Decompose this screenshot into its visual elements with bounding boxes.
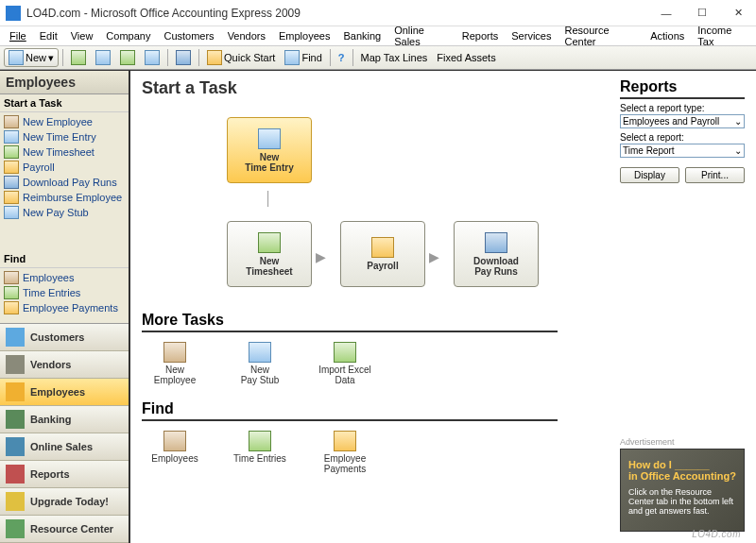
menu-banking[interactable]: Banking [337,28,387,43]
nav-banking[interactable]: Banking [0,406,129,433]
online-icon [6,437,25,456]
chevron-down-icon: ▾ [48,52,54,64]
refresh-icon [176,50,191,65]
report-type-select[interactable]: Employees and Payroll⌄ [620,114,745,128]
reports-icon [6,465,25,484]
find-employee-payments[interactable]: Employee Payments [312,431,378,474]
more-tasks-row: New Employee New Pay Stub Import Excel D… [142,338,745,395]
task-new-pay-stub[interactable]: New Pay Stub [227,342,293,385]
menubar: File Edit View Company Customers Vendors… [0,26,756,45]
menu-view[interactable]: View [65,28,99,43]
print-icon [71,50,86,65]
print-button[interactable]: Print... [685,167,745,183]
sidebar-find-heading: Find [0,250,129,268]
vendors-icon [6,355,25,374]
map-tax-lines-button[interactable]: Map Tax Lines [357,50,432,65]
toolbar-separator [198,49,199,66]
reimburse-icon [4,191,19,204]
reports-panel: Reports Select a report type: Employees … [620,78,745,183]
sidebar-start-heading: Start a Task [0,94,129,112]
menu-income-tax[interactable]: Income Tax [692,23,752,49]
nav-resource-center[interactable]: Resource Center [0,516,129,543]
menu-resource-center[interactable]: Resource Center [558,23,643,49]
find-employees[interactable]: Employees [142,431,208,474]
ad-body: Click on the Resource Center tab in the … [628,487,736,516]
flow-download-pay-runs[interactable]: Download Pay Runs [454,221,539,287]
find-icon [284,50,300,65]
nav-reports[interactable]: Reports [0,461,129,488]
report-select[interactable]: Time Report⌄ [620,144,745,158]
menu-online-sales[interactable]: Online Sales [388,23,455,49]
sidebar-item-pay-stub[interactable]: New Pay Stub [0,205,129,220]
reports-heading: Reports [620,78,745,99]
tb-print[interactable] [67,48,90,67]
payroll-icon [371,237,394,258]
menu-file[interactable]: File [4,28,32,43]
report-label: Select a report: [620,132,745,143]
sidebar-find-list: Employees Time Entries Employee Payments [0,268,129,317]
sidebar-item-new-time-entry[interactable]: New Time Entry [0,129,129,144]
more-tasks-heading: More Tasks [142,312,558,332]
tb-save[interactable] [92,48,114,67]
time-entry-icon [258,128,281,149]
menu-company[interactable]: Company [100,28,156,43]
menu-vendors[interactable]: Vendors [222,28,271,43]
menu-services[interactable]: Services [506,28,557,43]
new-button[interactable]: New ▾ [4,48,59,67]
menu-employees[interactable]: Employees [273,28,335,43]
sidebar-title: Employees [0,71,129,94]
sidebar-start-list: New Employee New Time Entry New Timeshee… [0,112,129,222]
display-button[interactable]: Display [620,167,679,183]
sheet-icon [4,145,19,159]
task-new-employee[interactable]: New Employee [142,342,208,385]
find-time-entries[interactable]: Time Entries [227,431,293,474]
download-icon [4,176,19,189]
menu-edit[interactable]: Edit [34,28,63,43]
nav-online-sales[interactable]: Online Sales [0,433,129,461]
tb-excel[interactable] [116,48,139,67]
sidebar-item-payroll[interactable]: Payroll [0,160,129,175]
ad-box[interactable]: How do I ______ in Office Accounting? Cl… [620,449,745,532]
arrow-right: ▶ [429,249,439,264]
nav-employees[interactable]: Employees [0,379,129,406]
sidebar-find-payments[interactable]: Employee Payments [0,300,129,315]
menu-actions[interactable]: Actions [644,28,690,43]
quick-start-button[interactable]: Quick Start [203,48,279,67]
tb-refresh[interactable] [172,48,195,67]
nav-vendors[interactable]: Vendors [0,351,129,379]
sidebar-item-new-timesheet[interactable]: New Timesheet [0,144,129,160]
payment-icon [4,301,19,314]
menu-customers[interactable]: Customers [158,28,219,43]
toolbar-separator [352,49,353,66]
nav-upgrade[interactable]: Upgrade Today! [0,488,129,516]
task-import-excel[interactable]: Import Excel Data [312,342,378,385]
timesheet-icon [258,232,281,253]
flow-new-timesheet[interactable]: New Timesheet [227,221,312,287]
resource-icon [6,519,25,538]
watermark: LO4D.com [692,529,741,539]
sidebar-item-reimburse[interactable]: Reimburse Employee [0,190,129,205]
banking-icon [6,410,25,429]
minimize-button[interactable]: — [648,0,684,26]
nav-customers[interactable]: Customers [0,324,129,351]
payroll-icon [4,161,19,174]
tb-word[interactable] [141,48,163,67]
paystub-icon [4,206,19,219]
tb-help[interactable]: ? [335,50,349,65]
save-icon [95,50,111,65]
sidebar-item-download-pay-runs[interactable]: Download Pay Runs [0,175,129,190]
new-icon [9,50,24,65]
people-icon [163,431,186,451]
sidebar-item-new-employee[interactable]: New Employee [0,114,129,129]
flow-new-time-entry[interactable]: New Time Entry [227,117,312,183]
flow-payroll[interactable]: Payroll [340,221,425,287]
sidebar-find-time-entries[interactable]: Time Entries [0,285,129,300]
app-icon [6,6,21,21]
find-heading: Find [142,400,558,421]
sheet-icon [249,431,271,451]
nav-buttons: Customers Vendors Employees Banking Onli… [0,323,129,543]
menu-reports[interactable]: Reports [456,28,505,43]
fixed-assets-button[interactable]: Fixed Assets [433,50,499,65]
find-button[interactable]: Find [281,48,325,67]
sidebar-find-employees[interactable]: Employees [0,270,129,285]
